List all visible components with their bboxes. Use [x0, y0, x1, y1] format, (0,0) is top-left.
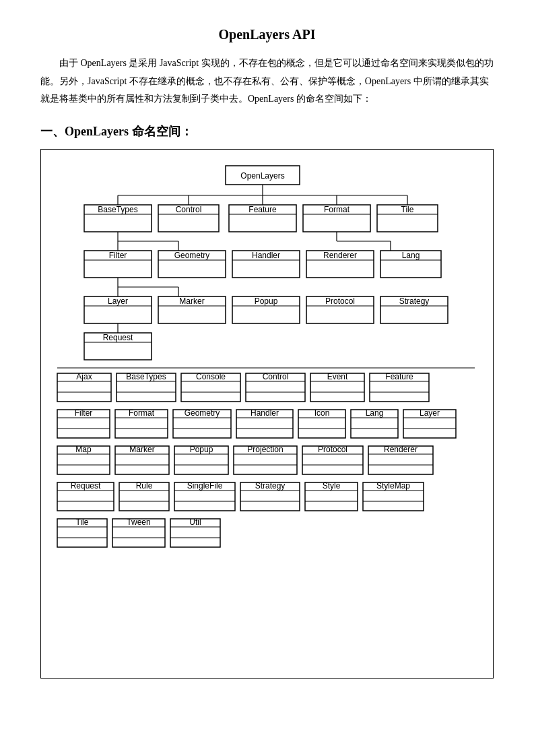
- page-title: OpenLayers API: [40, 27, 494, 42]
- c4-rule: Rule: [136, 481, 153, 491]
- r3-protocol: Protocol: [325, 296, 355, 306]
- c3-map: Map: [75, 445, 92, 454]
- intro-paragraph: 由于 OpenLayers 是采用 JavaScript 实现的，不存在包的概念…: [40, 55, 494, 108]
- r2-filter: Filter: [109, 251, 127, 260]
- c2-filter: Filter: [75, 408, 93, 418]
- diagram-container: OpenLayers BaseTypes Control Feature For…: [40, 149, 494, 679]
- c1-console: Console: [196, 372, 226, 381]
- r2-geometry: Geometry: [174, 251, 210, 260]
- c2-layer: Layer: [420, 408, 440, 418]
- c3-projection: Projection: [247, 445, 283, 454]
- c2-lang: Lang: [366, 408, 384, 418]
- c3-protocol: Protocol: [318, 445, 347, 454]
- r2-handler: Handler: [252, 251, 280, 260]
- r2-renderer: Renderer: [323, 251, 357, 260]
- c2-format: Format: [129, 408, 155, 418]
- c2-icon: Icon: [314, 408, 330, 418]
- r3-strategy: Strategy: [399, 296, 430, 306]
- c1-feature: Feature: [385, 372, 413, 381]
- r3-popup: Popup: [255, 296, 278, 306]
- c2-handler: Handler: [251, 408, 279, 418]
- r3-layer: Layer: [108, 296, 128, 306]
- r1-control: Control: [176, 205, 202, 214]
- c1-basetypes: BaseTypes: [126, 372, 166, 381]
- c2-geometry: Geometry: [185, 408, 220, 418]
- c4-singlefile: SingleFile: [187, 481, 223, 491]
- r1-format: Format: [324, 205, 350, 214]
- c4-request: Request: [71, 481, 101, 491]
- c4-stylemap: StyleMap: [376, 481, 410, 491]
- root-label: OpenLayers: [240, 171, 284, 181]
- r1-feature: Feature: [248, 205, 277, 214]
- c1-event: Event: [327, 372, 348, 381]
- c5-tile: Tile: [76, 517, 89, 527]
- c3-renderer: Renderer: [384, 445, 418, 454]
- r2-lang: Lang: [402, 251, 420, 260]
- c4-style: Style: [323, 481, 341, 491]
- namespace-diagram: OpenLayers BaseTypes Control Feature For…: [51, 160, 481, 666]
- c3-popup: Popup: [190, 445, 213, 454]
- r4-request: Request: [103, 333, 133, 342]
- c5-util: Util: [189, 517, 201, 527]
- r1-basetypes: BaseTypes: [98, 205, 137, 214]
- c3-marker: Marker: [129, 445, 154, 454]
- c5-tween: Tween: [127, 517, 150, 527]
- section-title: 一、OpenLayers 命名空间：: [40, 123, 494, 139]
- c1-ajax: Ajax: [76, 372, 92, 381]
- r3-marker: Marker: [179, 296, 204, 306]
- c4-strategy: Strategy: [255, 481, 286, 491]
- c1-control: Control: [263, 372, 289, 381]
- r1-tile: Tile: [401, 205, 414, 214]
